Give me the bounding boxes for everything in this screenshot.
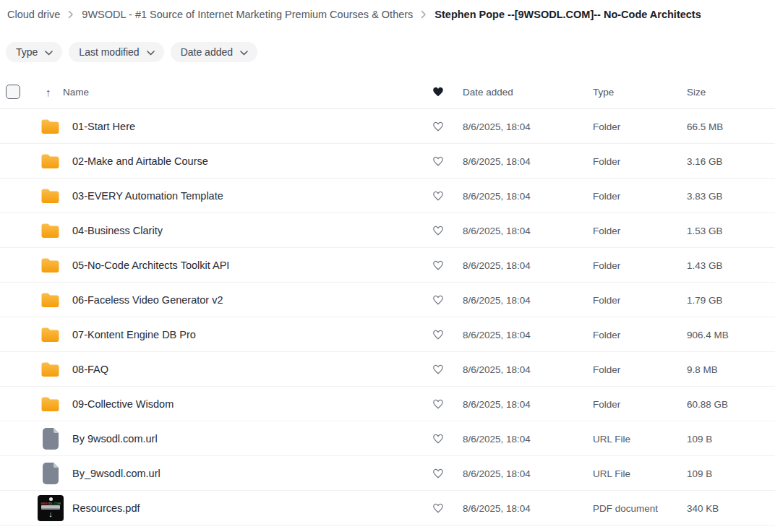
column-header-date-added[interactable]: Date added xyxy=(463,86,513,97)
row-icon xyxy=(40,361,60,377)
file-size: 1.43 GB xyxy=(687,259,723,270)
table-row[interactable]: 07-Kontent Engine DB Pro 8/6/2025, 18:04… xyxy=(0,317,775,352)
file-name: 07-Kontent Engine DB Pro xyxy=(72,329,196,340)
favorite-heart-icon[interactable] xyxy=(432,502,444,513)
file-name: 06-Faceless Video Generator v2 xyxy=(72,294,223,306)
pdf-thumb-dot xyxy=(49,497,53,501)
file-name: By_9wsodl.com.url xyxy=(72,468,160,479)
chevron-right-icon xyxy=(68,10,74,19)
folder-icon xyxy=(40,395,60,412)
table-row[interactable]: By 9wsodl.com.url 8/6/2025, 18:04 URL Fi… xyxy=(0,421,775,456)
file-size: 109 B xyxy=(687,433,712,444)
file-size: 1.53 GB xyxy=(687,225,723,236)
pdf-thumbnail-icon: 9WSODL.COM ↓ xyxy=(38,495,64,521)
folder-icon xyxy=(40,187,60,204)
file-size: 9.8 MB xyxy=(687,364,718,374)
row-icon xyxy=(40,257,60,273)
file-size: 3.83 GB xyxy=(687,190,723,201)
file-size: 906.4 MB xyxy=(687,329,729,340)
breadcrumb-item-cloud-drive[interactable]: Cloud drive xyxy=(7,9,60,20)
filter-type-dropdown[interactable]: Type xyxy=(6,42,62,62)
file-name: 08-FAQ xyxy=(72,364,108,375)
table-row[interactable]: 09-Collective Wisdom 8/6/2025, 18:04 Fol… xyxy=(0,387,775,421)
file-date-added: 8/6/2025, 18:04 xyxy=(463,225,531,236)
file-date-added: 8/6/2025, 18:04 xyxy=(463,364,531,374)
file-type: Folder xyxy=(593,364,620,374)
favorite-heart-icon[interactable] xyxy=(432,433,444,444)
favorite-heart-icon[interactable] xyxy=(432,259,444,270)
table-row[interactable]: 06-Faceless Video Generator v2 8/6/2025,… xyxy=(0,283,775,317)
favorite-heart-icon[interactable] xyxy=(432,398,444,409)
column-header-type[interactable]: Type xyxy=(593,86,614,97)
file-date-added: 8/6/2025, 18:04 xyxy=(463,398,531,409)
row-icon: 9WSODL.COM ↓ xyxy=(40,495,64,521)
favorite-heart-icon[interactable] xyxy=(432,121,444,132)
file-type: URL File xyxy=(593,433,630,444)
file-type: Folder xyxy=(593,190,620,201)
row-icon xyxy=(40,187,60,204)
breadcrumb: Cloud drive 9WSODL - #1 Source of Intern… xyxy=(7,0,701,29)
file-date-added: 8/6/2025, 18:04 xyxy=(463,294,531,305)
breadcrumb-item-current-folder: Stephen Pope --[9WSODL.COM]-- No-Code Ar… xyxy=(434,9,701,20)
favorite-heart-icon[interactable] xyxy=(432,294,444,305)
file-size: 60.88 GB xyxy=(687,398,728,409)
file-name: 05-No-Code Architects Toolkit API xyxy=(72,259,229,271)
file-date-added: 8/6/2025, 18:04 xyxy=(463,433,531,444)
breadcrumb-item-parent-folder[interactable]: 9WSODL - #1 Source of Internet Marketing… xyxy=(82,9,413,20)
favorite-heart-icon[interactable] xyxy=(432,468,444,479)
file-type: Folder xyxy=(593,259,620,270)
file-date-added: 8/6/2025, 18:04 xyxy=(463,190,531,201)
favorite-heart-icon[interactable] xyxy=(432,190,444,201)
row-icon xyxy=(40,222,60,239)
folder-icon xyxy=(40,222,60,239)
download-arrow-icon: ↓ xyxy=(48,510,53,518)
file-name: 01-Start Here xyxy=(72,121,135,132)
favorite-heart-icon[interactable] xyxy=(432,329,444,340)
row-icon xyxy=(40,291,60,308)
folder-icon xyxy=(40,326,60,343)
table-row[interactable]: 08-FAQ 8/6/2025, 18:04 Folder 9.8 MB xyxy=(0,352,775,387)
column-header-name[interactable]: Name xyxy=(63,86,89,97)
table-row[interactable]: 9WSODL.COM ↓ Resources.pdf 8/6/2025, 18:… xyxy=(0,491,775,525)
file-type: PDF document xyxy=(593,502,658,513)
chevron-down-icon xyxy=(147,46,155,58)
chevron-right-icon xyxy=(421,10,427,19)
file-name: By 9wsodl.com.url xyxy=(72,433,158,445)
filter-date-added-dropdown[interactable]: Date added xyxy=(171,42,257,62)
file-size: 1.79 GB xyxy=(687,294,723,305)
file-date-added: 8/6/2025, 18:04 xyxy=(463,502,531,513)
select-all-checkbox[interactable] xyxy=(6,85,20,99)
filter-type-label: Type xyxy=(16,46,38,58)
table-row[interactable]: 01-Start Here 8/6/2025, 18:04 Folder 66.… xyxy=(0,109,775,144)
file-type: Folder xyxy=(593,398,620,409)
file-type: Folder xyxy=(593,329,620,340)
file-date-added: 8/6/2025, 18:04 xyxy=(463,259,531,270)
file-name: 09-Collective Wisdom xyxy=(72,398,174,410)
file-type: Folder xyxy=(593,294,620,305)
table-row[interactable]: 04-Business Clarity 8/6/2025, 18:04 Fold… xyxy=(0,213,775,248)
table-row[interactable]: 02-Make and Airtable Course 8/6/2025, 18… xyxy=(0,144,775,179)
file-type: Folder xyxy=(593,225,620,236)
table-row[interactable]: 05-No-Code Architects Toolkit API 8/6/20… xyxy=(0,248,775,283)
file-name: Resources.pdf xyxy=(72,502,140,514)
file-type: Folder xyxy=(593,155,620,166)
row-icon xyxy=(40,326,60,343)
file-size: 340 KB xyxy=(687,502,719,513)
favorite-heart-icon[interactable] xyxy=(432,364,444,374)
sort-ascending-icon[interactable]: ↑ xyxy=(46,85,51,98)
file-table: ↑ Name Date added Type Size xyxy=(0,74,775,525)
column-header-size[interactable]: Size xyxy=(687,86,706,97)
favorite-heart-icon[interactable] xyxy=(432,155,444,166)
table-row[interactable]: 03-EVERY Automation Template 8/6/2025, 1… xyxy=(0,179,775,213)
favorite-heart-icon[interactable] xyxy=(432,225,444,236)
url-file-icon xyxy=(40,462,61,485)
file-size: 3.16 GB xyxy=(687,155,723,166)
folder-icon xyxy=(40,118,60,134)
table-row[interactable]: By_9wsodl.com.url 8/6/2025, 18:04 URL Fi… xyxy=(0,456,775,491)
filter-last-modified-dropdown[interactable]: Last modified xyxy=(69,42,163,62)
file-date-added: 8/6/2025, 18:04 xyxy=(463,468,531,479)
row-icon xyxy=(40,395,60,412)
folder-icon xyxy=(40,361,60,377)
favorite-column-heart-icon[interactable] xyxy=(432,86,444,97)
filter-date-added-label: Date added xyxy=(181,46,233,58)
